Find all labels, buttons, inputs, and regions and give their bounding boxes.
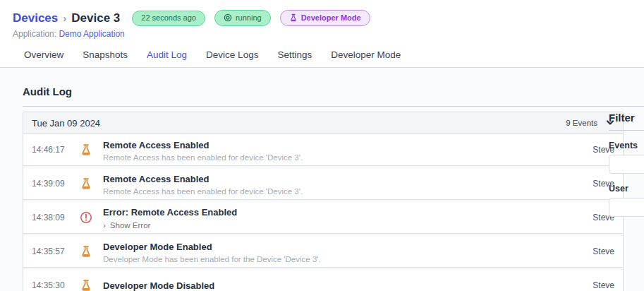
event-title: Remote Access Enabled: [103, 174, 209, 184]
application-row: Application: Demo Application: [13, 29, 125, 39]
application-link[interactable]: Demo Application: [59, 29, 124, 39]
badge-group: 22 seconds ago running Developer Mode: [132, 10, 370, 26]
tab-audit-log[interactable]: Audit Log: [142, 45, 192, 69]
event-time: 14:38:09: [32, 213, 68, 222]
breadcrumb: Devices › Device 3 22 seconds ago runnin…: [13, 10, 370, 26]
last-seen-label: 22 seconds ago: [141, 14, 196, 22]
date-group-label: Tue Jan 09 2024: [32, 118, 100, 129]
developer-mode-label: Developer Mode: [301, 14, 361, 22]
event-description: Remote Access has been enabled for devic…: [103, 153, 585, 162]
tab-developer-mode[interactable]: Developer Mode: [326, 45, 406, 69]
status-badge: running: [214, 10, 271, 26]
filter-user-input[interactable]: [609, 198, 644, 217]
event-list: 14:46:17 Remote Access Enabled Remote Ac…: [23, 134, 623, 291]
breadcrumb-separator-icon: ›: [63, 12, 66, 24]
event-count-label: 9 Events: [566, 119, 597, 127]
section-divider: [23, 106, 644, 107]
filter-events-input[interactable]: [609, 155, 644, 174]
flask-icon: [289, 13, 298, 22]
application-label: Application:: [13, 29, 56, 39]
event-time: 14:46:17: [32, 145, 68, 155]
event-time: 14:35:30: [32, 280, 68, 290]
event-title: Remote Access Enabled: [103, 140, 209, 150]
audit-event-row: 14:38:09 Error: Remote Access Enabled Sh…: [23, 202, 623, 234]
page-header: Devices › Device 3 22 seconds ago runnin…: [0, 0, 644, 68]
event-title: Developer Mode Enabled: [103, 242, 212, 252]
event-description: Developer Mode has been enabled for the …: [103, 255, 585, 263]
event-time: 14:39:09: [32, 179, 68, 189]
flask-icon: [80, 177, 92, 190]
tab-settings[interactable]: Settings: [272, 45, 317, 69]
tab-overview[interactable]: Overview: [19, 45, 68, 69]
event-time: 14:35:57: [32, 247, 68, 256]
date-group-header[interactable]: Tue Jan 09 2024 9 Events: [23, 112, 623, 134]
breadcrumb-devices-link[interactable]: Devices: [13, 11, 58, 25]
content-area: Audit Log Tue Jan 09 2024 9 Events 14:46…: [0, 68, 644, 291]
filter-divider: [609, 130, 644, 131]
event-description: Remote Access has been enabled for devic…: [103, 187, 585, 196]
flask-icon: [80, 143, 92, 156]
audit-event-row: 14:39:09 Remote Access Enabled Remote Ac…: [23, 168, 623, 200]
flask-icon: [80, 279, 92, 291]
audit-event-row: 14:35:57 Developer Mode Enabled Develope…: [23, 236, 623, 268]
status-label: running: [236, 14, 262, 22]
audit-event-row: 14:35:30 Developer Mode Disabled Steve: [23, 270, 623, 291]
show-error-expander[interactable]: Show Error: [103, 221, 585, 230]
flask-icon: [80, 245, 92, 258]
tab-snapshots[interactable]: Snapshots: [78, 45, 133, 69]
page-title: Device 3: [71, 11, 120, 25]
event-title: Error: Remote Access Enabled: [103, 207, 237, 218]
status-running-icon: [224, 13, 232, 22]
event-title: Developer Mode Disabled: [103, 280, 214, 291]
filter-events-label: Events: [609, 141, 644, 150]
audit-log-title: Audit Log: [23, 85, 72, 97]
audit-event-row: 14:46:17 Remote Access Enabled Remote Ac…: [23, 134, 623, 166]
last-seen-badge: 22 seconds ago: [132, 11, 205, 26]
event-user: Steve: [593, 280, 614, 290]
audit-log-card: Tue Jan 09 2024 9 Events 14:46:17 Remote…: [23, 112, 624, 291]
developer-mode-badge: Developer Mode: [280, 10, 370, 26]
filter-panel: Filter Events User: [609, 112, 644, 217]
filter-title: Filter: [609, 112, 644, 124]
tab-device-logs[interactable]: Device Logs: [201, 45, 263, 69]
error-icon: [80, 211, 92, 224]
tab-bar: Overview Snapshots Audit Log Device Logs…: [19, 45, 406, 69]
event-user: Steve: [593, 247, 614, 256]
filter-user-label: User: [609, 184, 644, 194]
